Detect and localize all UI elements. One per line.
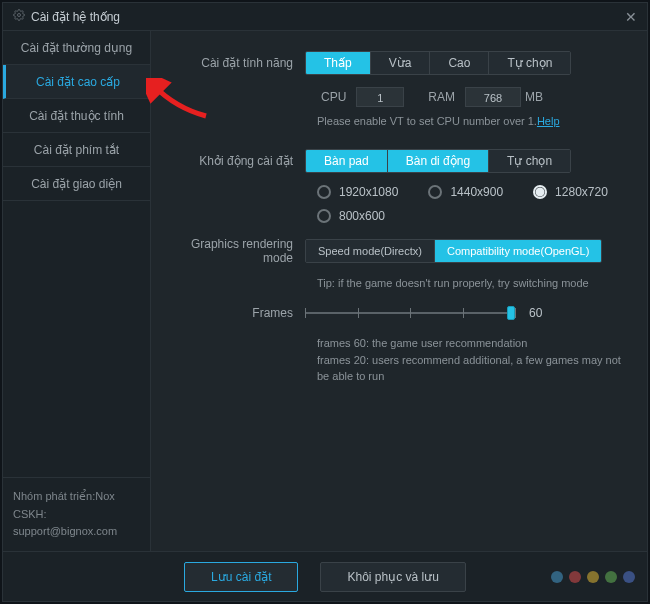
- frames-slider[interactable]: [305, 303, 515, 323]
- mode-compat[interactable]: Compatibility mode(OpenGL): [435, 240, 601, 262]
- status-dots: [551, 571, 635, 583]
- dot: [569, 571, 581, 583]
- radio-icon: [317, 209, 331, 223]
- sidebar-item-ui[interactable]: Cài đặt giao diện: [3, 167, 150, 201]
- res-1920[interactable]: 1920x1080: [317, 185, 398, 199]
- frames-value: 60: [529, 306, 542, 320]
- vt-hint: Please enable VT to set CPU number over …: [317, 115, 537, 127]
- cpu-label: CPU: [321, 90, 346, 104]
- startup-pad[interactable]: Bàn pad: [306, 150, 388, 172]
- bottom-bar: Lưu cài đặt Khôi phục và lưu: [3, 551, 647, 601]
- footer-email: support@bignox.com: [13, 523, 140, 541]
- sidebar: Cài đặt thường dụng Cài đặt cao cấp Cài …: [3, 31, 151, 551]
- sidebar-item-advanced[interactable]: Cài đặt cao cấp: [3, 65, 150, 99]
- ram-label: RAM: [428, 90, 455, 104]
- mb-label: MB: [525, 90, 543, 104]
- close-icon[interactable]: ✕: [625, 9, 637, 25]
- startup-mobile[interactable]: Bàn di động: [388, 150, 489, 172]
- save-button[interactable]: Lưu cài đặt: [184, 562, 298, 592]
- perf-custom[interactable]: Tự chọn: [489, 52, 570, 74]
- res-1440[interactable]: 1440x900: [428, 185, 503, 199]
- dot: [551, 571, 563, 583]
- sidebar-item-properties[interactable]: Cài đặt thuộc tính: [3, 99, 150, 133]
- frames-label: Frames: [169, 306, 305, 320]
- frames-note1: frames 60: the game user recommendation: [317, 335, 629, 352]
- dot: [587, 571, 599, 583]
- gear-icon: [13, 9, 25, 24]
- slider-thumb[interactable]: [507, 306, 515, 320]
- perf-mid[interactable]: Vừa: [371, 52, 431, 74]
- graphics-mode-group: Speed mode(Directx) Compatibility mode(O…: [305, 239, 602, 263]
- sidebar-footer: Nhóm phát triển:Nox CSKH: support@bignox…: [3, 477, 150, 551]
- restore-button[interactable]: Khôi phục và lưu: [320, 562, 465, 592]
- sidebar-item-common[interactable]: Cài đặt thường dụng: [3, 31, 150, 65]
- mode-speed[interactable]: Speed mode(Directx): [306, 240, 435, 262]
- footer-cskh-label: CSKH:: [13, 506, 140, 524]
- perf-high[interactable]: Cao: [430, 52, 489, 74]
- cpu-input[interactable]: 1: [356, 87, 404, 107]
- dot: [623, 571, 635, 583]
- radio-icon: [317, 185, 331, 199]
- footer-dev: Nhóm phát triển:Nox: [13, 488, 140, 506]
- sidebar-item-shortcuts[interactable]: Cài đặt phím tắt: [3, 133, 150, 167]
- titlebar: Cài đặt hệ thống ✕: [3, 3, 647, 31]
- dot: [605, 571, 617, 583]
- ram-input[interactable]: 768: [465, 87, 521, 107]
- perf-low[interactable]: Thấp: [306, 52, 371, 74]
- graphics-tip: Tip: if the game doesn't run properly, t…: [317, 277, 629, 289]
- content-panel: Cài đặt tính năng Thấp Vừa Cao Tự chọn C…: [151, 31, 647, 551]
- res-800[interactable]: 800x600: [317, 209, 385, 223]
- radio-icon: [533, 185, 547, 199]
- radio-icon: [428, 185, 442, 199]
- perf-segmented: Thấp Vừa Cao Tự chọn: [305, 51, 571, 75]
- perf-label: Cài đặt tính năng: [169, 56, 305, 70]
- startup-custom[interactable]: Tự chọn: [489, 150, 570, 172]
- graphics-label: Graphics rendering mode: [169, 237, 305, 265]
- settings-window: Cài đặt hệ thống ✕ Cài đặt thường dụng C…: [2, 2, 648, 602]
- help-link[interactable]: Help: [537, 115, 560, 127]
- svg-point-0: [18, 14, 21, 17]
- frames-note2: frames 20: users recommend additional, a…: [317, 352, 629, 385]
- res-1280[interactable]: 1280x720: [533, 185, 608, 199]
- startup-label: Khởi động cài đặt: [169, 154, 305, 168]
- window-title: Cài đặt hệ thống: [31, 10, 120, 24]
- startup-segmented: Bàn pad Bàn di động Tự chọn: [305, 149, 571, 173]
